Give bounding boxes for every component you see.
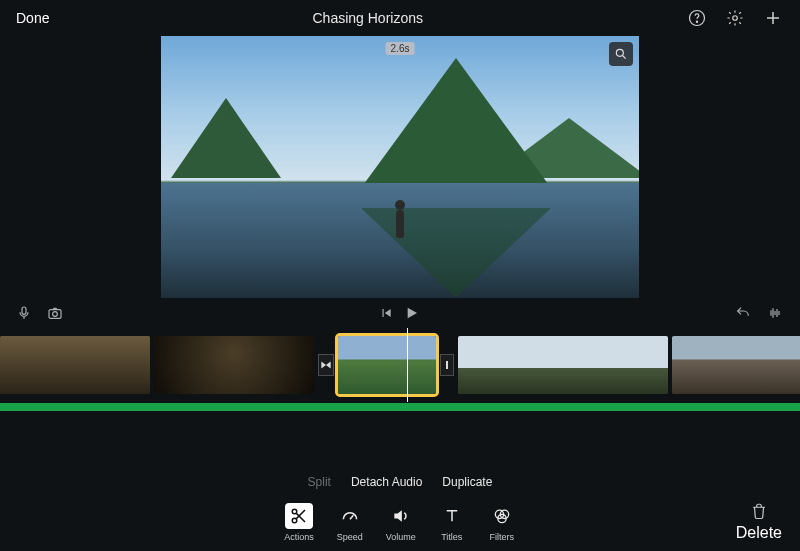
tool-label: Delete (736, 524, 782, 542)
done-button[interactable]: Done (16, 10, 49, 26)
svg-point-3 (616, 49, 623, 56)
zoom-icon[interactable] (609, 42, 633, 66)
waveform-icon[interactable] (766, 305, 784, 321)
undo-icon[interactable] (734, 305, 752, 321)
transition-icon[interactable] (318, 354, 334, 376)
actions-tool[interactable]: Actions (284, 503, 314, 542)
detach-audio-action[interactable]: Detach Audio (351, 475, 422, 489)
speaker-icon (387, 503, 415, 529)
split-action[interactable]: Split (308, 475, 331, 489)
project-title: Chasing Horizons (312, 10, 423, 26)
speedometer-icon (336, 503, 364, 529)
audio-track[interactable] (0, 402, 800, 416)
playhead[interactable] (407, 328, 408, 402)
svg-point-9 (292, 518, 297, 523)
help-icon[interactable] (686, 7, 708, 29)
settings-icon[interactable] (724, 7, 746, 29)
preview-viewport[interactable]: 2.6s (161, 36, 639, 298)
skip-back-icon[interactable] (379, 306, 393, 320)
delete-tool[interactable]: Delete (736, 501, 782, 542)
timeline-clip[interactable] (672, 336, 800, 394)
tool-label: Filters (490, 532, 515, 542)
tool-label: Speed (337, 532, 363, 542)
speed-tool[interactable]: Speed (336, 503, 364, 542)
svg-point-6 (53, 312, 58, 317)
tool-label: Actions (284, 532, 314, 542)
trash-icon (750, 501, 768, 521)
microphone-icon[interactable] (16, 305, 32, 321)
add-icon[interactable] (762, 7, 784, 29)
timeline-clip[interactable] (154, 336, 314, 394)
titles-tool[interactable]: Titles (438, 503, 466, 542)
volume-tool[interactable]: Volume (386, 503, 416, 542)
camera-icon[interactable] (46, 305, 64, 321)
svg-rect-4 (22, 307, 26, 314)
filters-tool[interactable]: Filters (488, 503, 516, 542)
timeline-clip-selected[interactable] (338, 336, 436, 394)
tool-label: Titles (441, 532, 462, 542)
clip-duration-badge: 2.6s (386, 42, 415, 55)
tool-label: Volume (386, 532, 416, 542)
svg-point-8 (292, 509, 297, 514)
svg-point-2 (733, 16, 738, 21)
filters-icon (488, 503, 516, 529)
play-icon[interactable] (403, 305, 419, 321)
timeline[interactable] (0, 328, 800, 402)
svg-rect-5 (49, 310, 61, 319)
svg-point-1 (696, 21, 697, 22)
timeline-clip[interactable] (0, 336, 150, 394)
duplicate-action[interactable]: Duplicate (442, 475, 492, 489)
text-icon (438, 503, 466, 529)
timeline-clip[interactable] (458, 336, 668, 394)
svg-rect-7 (446, 361, 448, 369)
scissors-icon (285, 503, 313, 529)
transition-icon[interactable] (440, 354, 454, 376)
